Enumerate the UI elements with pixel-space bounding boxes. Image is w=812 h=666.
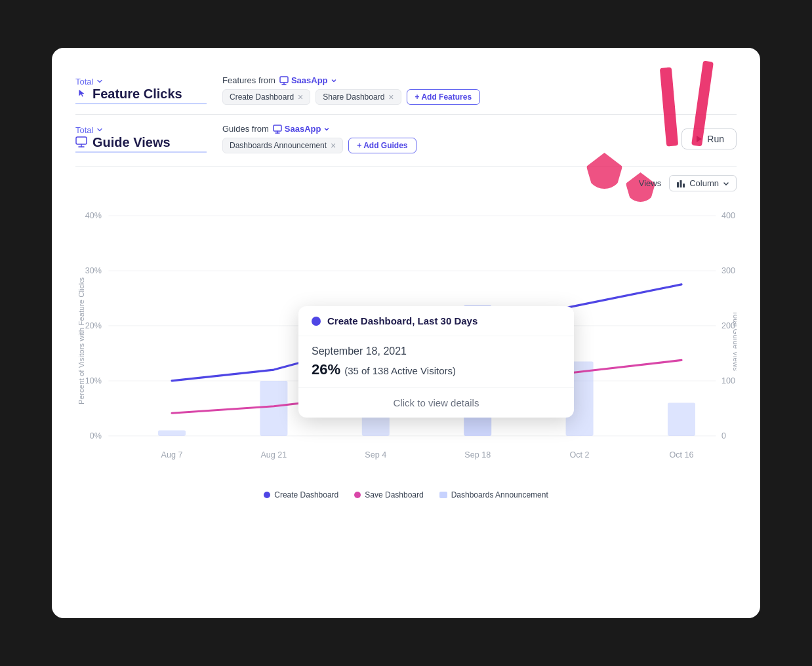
features-from-label: Features from SaasApp xyxy=(222,75,737,85)
legend-dashboards-announcement: Dashboards Announcement xyxy=(439,490,548,499)
metric-config-feature-clicks: Features from SaasApp Create Dashboard ×… xyxy=(222,75,737,105)
tag-share-dashboard: Share Dashboard × xyxy=(315,89,401,105)
remove-tag-dashboards-announcement[interactable]: × xyxy=(331,141,336,150)
legend-square-announcement xyxy=(439,492,447,498)
add-guides-button[interactable]: + Add Guides xyxy=(348,138,416,153)
svg-text:Aug 7: Aug 7 xyxy=(161,451,183,460)
metric-label-guide-views: Total Guide Views xyxy=(75,125,207,153)
tooltip-body: September 18, 2021 26% (35 of 138 Active… xyxy=(298,336,574,388)
svg-text:0%: 0% xyxy=(90,431,102,441)
tooltip-title: Create Dashboard, Last 30 Days xyxy=(327,315,477,326)
metric-label-feature-clicks: Total Feature Clicks xyxy=(75,77,207,104)
svg-rect-8 xyxy=(677,182,679,187)
svg-rect-4 xyxy=(274,125,281,131)
svg-rect-0 xyxy=(280,77,288,83)
svg-text:0: 0 xyxy=(721,431,726,441)
svg-text:Percent of Visitors with Featu: Percent of Visitors with Feature Clicks xyxy=(77,277,85,404)
metric-row-guide-views: Total Guide Views Guides from SaasApp Da… xyxy=(75,115,737,163)
svg-text:Total Guide Views: Total Guide Views xyxy=(732,311,737,371)
svg-rect-31 xyxy=(668,403,695,436)
legend-save-dashboard: Save Dashboard xyxy=(354,490,423,499)
svg-text:20%: 20% xyxy=(85,321,102,330)
svg-text:10%: 10% xyxy=(85,376,102,385)
tooltip-date: September 18, 2021 xyxy=(312,345,561,357)
svg-text:Sep 4: Sep 4 xyxy=(365,451,386,460)
svg-rect-26 xyxy=(158,431,186,436)
chart-legend: Create Dashboard Save Dashboard Dashboar… xyxy=(75,490,737,499)
tag-create-dashboard: Create Dashboard × xyxy=(222,89,310,105)
svg-text:300: 300 xyxy=(721,266,735,275)
tag-dashboards-announcement: Dashboards Announcement × xyxy=(222,138,343,153)
svg-text:Oct 16: Oct 16 xyxy=(669,451,693,460)
svg-marker-7 xyxy=(697,136,702,142)
legend-dot-save xyxy=(354,492,361,498)
svg-rect-3 xyxy=(76,137,87,144)
guides-from-label: Guides from SaasApp xyxy=(222,124,666,134)
svg-rect-27 xyxy=(260,381,287,436)
chart-container: Views Column 40% 30% 20% 10% 0% 400 300 … xyxy=(75,175,737,516)
tag-row-feature-clicks: Create Dashboard × Share Dashboard × + A… xyxy=(222,89,737,105)
chart-header: Views Column xyxy=(75,175,737,191)
tag-row-guide-views: Dashboards Announcement × + Add Guides xyxy=(222,138,666,153)
svg-rect-9 xyxy=(680,180,682,187)
svg-text:40%: 40% xyxy=(85,211,102,220)
total-toggle-guide-views[interactable]: Total xyxy=(75,125,207,135)
tooltip-cta[interactable]: Click to view details xyxy=(298,388,574,418)
svg-text:Sep 18: Sep 18 xyxy=(464,451,491,460)
tooltip-value: 26% (35 of 138 Active Visitors) xyxy=(312,361,561,378)
app-name-feature-clicks[interactable]: SaasApp xyxy=(279,75,337,85)
legend-dot-create xyxy=(264,492,270,498)
metric-config-guide-views: Guides from SaasApp Dashboards Announcem… xyxy=(222,124,666,153)
metric-name-feature-clicks: Feature Clicks xyxy=(75,87,207,104)
svg-text:400: 400 xyxy=(721,211,735,220)
total-toggle-feature-clicks[interactable]: Total xyxy=(75,77,207,87)
svg-text:Aug 21: Aug 21 xyxy=(260,451,287,460)
remove-tag-share-dashboard[interactable]: × xyxy=(388,92,394,102)
app-name-guide-views[interactable]: SaasApp xyxy=(273,124,331,134)
chart-tooltip[interactable]: Create Dashboard, Last 30 Days September… xyxy=(298,306,574,418)
svg-text:30%: 30% xyxy=(85,266,102,275)
legend-create-dashboard: Create Dashboard xyxy=(264,490,338,499)
main-card: Total Feature Clicks Features from SaasA… xyxy=(52,48,760,618)
tooltip-dot xyxy=(312,317,321,326)
svg-text:Oct 2: Oct 2 xyxy=(570,451,590,460)
remove-tag-create-dashboard[interactable]: × xyxy=(298,92,303,102)
svg-rect-10 xyxy=(683,184,685,187)
add-features-button[interactable]: + Add Features xyxy=(407,89,481,105)
run-button[interactable]: Run xyxy=(681,128,737,149)
tooltip-header: Create Dashboard, Last 30 Days xyxy=(298,306,574,336)
divider xyxy=(75,166,737,167)
metric-row-feature-clicks: Total Feature Clicks Features from SaasA… xyxy=(75,66,737,115)
chart-type-button[interactable]: Column xyxy=(669,175,737,191)
svg-text:100: 100 xyxy=(721,376,735,385)
metric-name-guide-views: Guide Views xyxy=(75,135,207,153)
